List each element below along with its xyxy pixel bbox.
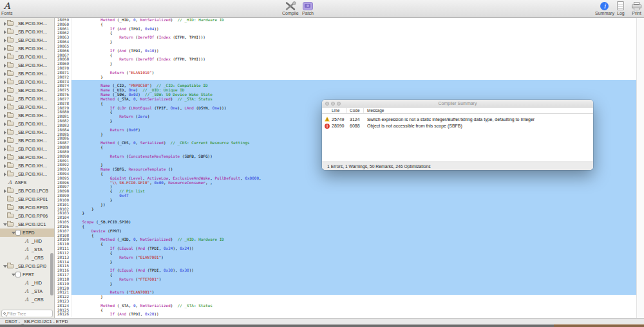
code-text[interactable] bbox=[71, 216, 636, 220]
tree-item-sb-pci0-i2c1[interactable]: _SB.PCI0.I2C1 bbox=[0, 220, 54, 229]
code-text[interactable]: Method (_HID, 0, NotSerialized) // _HID:… bbox=[71, 18, 636, 23]
disclosure-right-icon[interactable] bbox=[2, 139, 7, 143]
tree-item-sb-pci0-xh[interactable]: _SB.PCI0.XH… bbox=[0, 95, 54, 103]
summary-row-warning[interactable]: 257493124Switch expression is not a stat… bbox=[322, 116, 593, 123]
tree-item-sb-pci0-xh[interactable]: _SB.PCI0.XH… bbox=[0, 153, 54, 162]
tree-item-sb-pci0-xh[interactable]: _SB.PCI0.XH… bbox=[0, 19, 54, 28]
disclosure-right-icon[interactable] bbox=[2, 30, 7, 34]
tree-item-sb-pci0-rp06[interactable]: _SB.PCI0.RP06 bbox=[0, 212, 54, 220]
disclosure-right-icon[interactable] bbox=[2, 64, 7, 68]
code-text[interactable]: Return ("ELAN7001") bbox=[71, 256, 636, 260]
disclosure-right-icon[interactable] bbox=[2, 80, 7, 84]
code-text[interactable]: } bbox=[71, 207, 636, 212]
disclosure-right-icon[interactable] bbox=[2, 55, 7, 59]
code-text[interactable]: Scope (_SB.PCI0.SPI0) bbox=[71, 220, 636, 225]
code-text[interactable]: { bbox=[71, 225, 636, 229]
code-text[interactable]: Method (_STA, 0, NotSerialized) // _STA:… bbox=[71, 304, 636, 308]
code-text[interactable]: Return ("FTE7001") bbox=[71, 277, 636, 282]
zoom-window-button[interactable] bbox=[337, 102, 341, 106]
disclosure-right-icon[interactable] bbox=[2, 147, 7, 151]
tree-item-sb-pci0-xh[interactable]: _SB.PCI0.XH… bbox=[0, 61, 54, 70]
tree-item-sb-pci0-spi0[interactable]: _SB.PCI0.SPI0 bbox=[0, 262, 54, 270]
disclosure-right-icon[interactable] bbox=[2, 173, 7, 176]
code-text[interactable]: If (LEqual (And (TPDI, 0x24), 0x24)) bbox=[71, 247, 636, 251]
code-text[interactable]: } bbox=[71, 260, 636, 265]
disclosure-right-icon[interactable] bbox=[2, 39, 7, 42]
code-text[interactable]: If (And (TPDI, 0x10)) bbox=[71, 49, 636, 53]
compile-button[interactable]: Compile bbox=[282, 1, 299, 16]
filter-tree-field[interactable] bbox=[1, 310, 53, 317]
disclosure-right-icon[interactable] bbox=[2, 164, 7, 168]
code-text[interactable]: ) bbox=[71, 185, 636, 189]
code-text[interactable]: "\\_SB.PCI0.GPI0", 0x00, ResourceConsume… bbox=[71, 181, 636, 185]
summary-row-error[interactable]: 280906088Object is not accessible from t… bbox=[322, 123, 593, 130]
code-text[interactable] bbox=[71, 66, 636, 71]
code-text[interactable]: Method (_HID, 0, NotSerialized) // _HID:… bbox=[71, 238, 636, 242]
filter-tree-input[interactable] bbox=[7, 312, 46, 316]
tree-item-sb-pci0-xh[interactable]: _SB.PCI0.XH… bbox=[0, 128, 54, 136]
tree-item-sb-pci0-xh[interactable]: _SB.PCI0.XH… bbox=[0, 136, 54, 145]
code-text[interactable]: If (LEqual (And (TPDI, 0x30), 0x30)) bbox=[71, 268, 636, 273]
log-button[interactable]: Log bbox=[617, 1, 625, 16]
code-text[interactable]: Return (DerefOf (Index (FTPH, TPHI))) bbox=[71, 57, 636, 62]
disclosure-right-icon[interactable] bbox=[2, 106, 7, 109]
tree-item-sb-pci0-rp05[interactable]: _SB.PCI0.RP05 bbox=[0, 203, 54, 212]
tree-item-fprt[interactable]: FPRT bbox=[0, 270, 54, 279]
disclosure-right-icon[interactable] bbox=[2, 97, 7, 101]
disclosure-right-icon[interactable] bbox=[2, 22, 7, 26]
patch-button[interactable]: Patch bbox=[302, 1, 314, 16]
tree-item-sb-pci0-xh[interactable]: _SB.PCI0.XH… bbox=[0, 145, 54, 153]
disclosure-right-icon[interactable] bbox=[2, 47, 7, 51]
print-button[interactable]: Print bbox=[632, 1, 641, 16]
tree-item-sb-pci0-lpcb[interactable]: _SB.PCI0.LPCB bbox=[0, 187, 54, 195]
summary-button[interactable]: i Summary bbox=[595, 1, 614, 16]
disclosure-right-icon[interactable] bbox=[2, 89, 7, 93]
compiler-summary-titlebar[interactable]: Compiler Summary bbox=[322, 100, 593, 107]
tree-item-sb-pci0-xh[interactable]: _SB.PCI0.XH… bbox=[0, 162, 54, 170]
tree-item-etpd[interactable]: ETPD bbox=[0, 229, 54, 237]
minimize-window-button[interactable] bbox=[331, 102, 335, 106]
disclosure-down-icon[interactable] bbox=[10, 274, 15, 276]
disclosure-right-icon[interactable] bbox=[2, 122, 7, 126]
tree-item-sb-pci0-rp01[interactable]: _SB.PCI0.RP01 bbox=[0, 195, 54, 203]
tree-item-sb-pci0-xh[interactable]: _SB.PCI0.XH… bbox=[0, 70, 54, 78]
tree-item-hid[interactable]: A_HID bbox=[0, 279, 54, 287]
code-text[interactable]: Return (DerefOf (Index (ETPH, TPHI))) bbox=[71, 35, 636, 40]
disclosure-down-icon[interactable] bbox=[10, 232, 15, 234]
tree-item-sta[interactable]: A_STA bbox=[0, 245, 54, 254]
disclosure-right-icon[interactable] bbox=[2, 131, 7, 135]
fonts-button[interactable]: A Fonts bbox=[1, 1, 13, 16]
editor-scrollbar[interactable] bbox=[636, 18, 644, 318]
tree-item-crs[interactable]: A_CRS bbox=[0, 295, 54, 304]
tree-item-sb-pci0-xh[interactable]: _SB.PCI0.XH… bbox=[0, 28, 54, 36]
code-text[interactable]: If (And (TPDI, 0x04)) bbox=[71, 27, 636, 32]
code-text[interactable]: Return ("ELAN1010") bbox=[71, 71, 636, 75]
tree-item-hid[interactable]: A_HID bbox=[0, 237, 54, 245]
tree-item-sb-pci0-xh[interactable]: _SB.PCI0.XH… bbox=[0, 86, 54, 95]
tree-item-crs[interactable]: A_CRS bbox=[0, 254, 54, 262]
code-text[interactable]: If (And (TPDI, 0x20)) bbox=[71, 312, 636, 317]
tree-item-sb-pci0-xh[interactable]: _SB.PCI0.XH… bbox=[0, 111, 54, 120]
tree-item-sb-pci0-xh[interactable]: _SB.PCI0.XH… bbox=[0, 78, 54, 86]
code-text[interactable]: } bbox=[71, 211, 636, 216]
code-text[interactable]: } bbox=[71, 40, 636, 44]
code-text[interactable]: } bbox=[71, 198, 636, 203]
tree-item-sb-pci0-xh[interactable]: _SB.PCI0.XH… bbox=[0, 44, 54, 53]
code-text[interactable]: { // Pin list bbox=[71, 189, 636, 194]
tree-item-sb-pci0-xh[interactable]: _SB.PCI0.XH… bbox=[0, 170, 54, 178]
code-text[interactable] bbox=[71, 286, 636, 291]
tree-item-sb-pci0-xh[interactable]: _SB.PCI0.XH… bbox=[0, 103, 54, 111]
tree-item-sta[interactable]: A_STA bbox=[0, 287, 54, 295]
disclosure-right-icon[interactable] bbox=[2, 189, 7, 193]
code-text[interactable]: 0x47 bbox=[71, 194, 636, 198]
tree-item-asfs[interactable]: AASFS bbox=[0, 178, 54, 187]
code-text[interactable]: } bbox=[71, 295, 636, 299]
code-text[interactable]: } bbox=[71, 282, 636, 286]
code-text[interactable]: } bbox=[71, 62, 636, 66]
disclosure-down-icon[interactable] bbox=[2, 223, 7, 226]
tree-item-sb-pci0-xh[interactable]: _SB.PCI0.XH… bbox=[0, 53, 54, 61]
sidebar-scrollbar-thumb[interactable] bbox=[50, 253, 53, 295]
disclosure-down-icon[interactable] bbox=[2, 265, 7, 268]
disclosure-right-icon[interactable] bbox=[2, 114, 7, 118]
close-window-button[interactable] bbox=[325, 102, 329, 106]
